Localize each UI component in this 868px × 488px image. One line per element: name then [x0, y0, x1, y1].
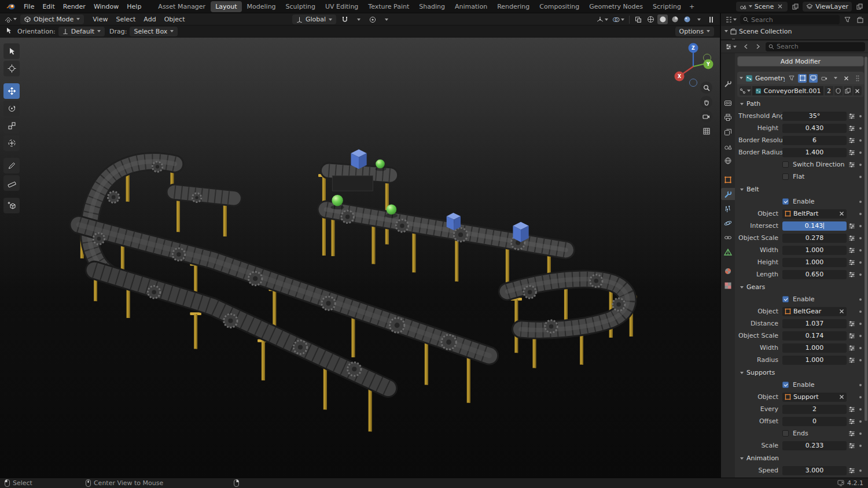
unlink-object-button[interactable] [839, 211, 844, 216]
new-scene-button[interactable] [791, 2, 799, 10]
nav-back-button[interactable] [740, 42, 751, 51]
conveyor-belt[interactable] [89, 161, 175, 279]
section-header-supports[interactable]: Supports [737, 367, 864, 379]
decorator-dot[interactable] [859, 201, 862, 203]
input-attribute-toggle-icon[interactable] [847, 418, 856, 425]
viewport-menu-select[interactable]: Select [112, 14, 139, 24]
fake-user-toggle[interactable] [834, 86, 843, 95]
node-group-field[interactable]: ConveyorBelt.001 [752, 86, 824, 95]
properties-editor-selector[interactable] [724, 42, 738, 51]
tool-transform[interactable] [3, 135, 20, 151]
unlink-object-button[interactable] [839, 309, 844, 314]
tool-cursor[interactable] [3, 61, 20, 76]
input-attribute-toggle-icon[interactable] [847, 149, 856, 156]
belt-gear[interactable] [148, 286, 160, 298]
modifier-panel-header[interactable]: GeometryNo... [737, 72, 864, 84]
decorator-dot[interactable] [859, 445, 862, 447]
decorator-dot[interactable] [859, 323, 862, 325]
section-header-gears[interactable]: Gears [737, 281, 864, 293]
input-attribute-toggle-icon[interactable] [847, 442, 856, 449]
belt-gear[interactable] [293, 341, 307, 354]
tab-scene[interactable] [721, 140, 735, 152]
chevron-down-icon[interactable] [724, 30, 728, 32]
properties-scrollbar[interactable] [865, 56, 867, 475]
modifier-filter-icon[interactable] [787, 74, 796, 83]
decorator-dot[interactable] [859, 176, 862, 178]
decorator-dot[interactable] [859, 164, 862, 166]
input-attribute-toggle-icon[interactable] [847, 430, 856, 437]
belt-gear[interactable] [152, 162, 162, 172]
enable-checkbox[interactable] [782, 296, 789, 302]
chevron-down-icon[interactable] [740, 77, 743, 79]
3d-viewport[interactable]: Object Mode ViewSelectAddObject Global [0, 13, 720, 478]
outliner-row-collection[interactable]: Conveyor belt example [721, 36, 868, 40]
section-header-belt[interactable]: Belt [737, 183, 864, 195]
input-attribute-toggle-icon[interactable] [847, 259, 856, 266]
tab-constraints[interactable] [721, 231, 735, 243]
every-field[interactable]: 2 [782, 405, 847, 414]
belt-gear[interactable] [348, 363, 361, 376]
decorator-dot[interactable] [859, 347, 862, 349]
decorator-dot[interactable] [859, 273, 862, 276]
conveyor-belt[interactable] [94, 270, 388, 388]
show-overlays-toggle[interactable] [611, 14, 626, 24]
input-attribute-toggle-icon[interactable] [847, 113, 856, 120]
decorator-dot[interactable] [859, 359, 862, 361]
object-scale-field[interactable]: 0.174 [782, 331, 847, 341]
border-resolution-field[interactable]: 6 [782, 136, 847, 145]
tab-particles[interactable] [721, 202, 735, 215]
display-edit-mode-toggle[interactable] [798, 74, 807, 83]
decorator-dot[interactable] [859, 225, 862, 227]
width-field[interactable]: 1.000 [782, 343, 847, 353]
decorator-dot[interactable] [859, 408, 862, 411]
tab-object[interactable] [721, 173, 735, 186]
tab-modifiers[interactable] [721, 188, 735, 200]
decorator-dot[interactable] [859, 213, 862, 215]
display-render-toggle[interactable] [820, 74, 829, 83]
editor-type-selector[interactable] [3, 14, 18, 24]
decorator-dot[interactable] [859, 127, 862, 130]
proportional-editing-toggle[interactable] [367, 14, 378, 24]
input-attribute-toggle-icon[interactable] [847, 247, 856, 254]
outliner-filter-button[interactable] [842, 15, 852, 25]
scene-selector[interactable]: Scene [736, 2, 788, 12]
speed-field[interactable]: 3.000 [782, 466, 847, 475]
decorator-dot[interactable] [859, 469, 862, 472]
workspace-tab-rendering[interactable]: Rendering [492, 1, 534, 12]
input-attribute-toggle-icon[interactable] [847, 235, 856, 242]
object-scale-field[interactable]: 0.278 [782, 234, 847, 243]
belt-gear[interactable] [322, 297, 335, 310]
switch-direction-checkbox[interactable] [782, 161, 789, 168]
tool-move[interactable] [3, 83, 20, 99]
support-leg[interactable] [219, 201, 230, 236]
enable-checkbox[interactable] [782, 198, 789, 205]
decorator-dot[interactable] [859, 139, 862, 142]
input-attribute-toggle-icon[interactable] [847, 406, 856, 413]
radius-field[interactable]: 1.000 [782, 356, 847, 365]
tab-material[interactable] [721, 265, 735, 277]
toggle-ortho-button[interactable] [700, 125, 712, 137]
conveyor-belt[interactable] [329, 171, 391, 175]
shading-material-button[interactable] [670, 14, 680, 24]
tab-render[interactable] [721, 97, 735, 109]
tool-scale[interactable] [3, 118, 20, 134]
decorator-dot[interactable] [859, 151, 862, 154]
viewport-3d-scene[interactable] [0, 13, 720, 478]
height-field[interactable]: 1.000 [782, 258, 847, 267]
conveyor-belt[interactable] [174, 192, 234, 198]
decorator-dot[interactable] [859, 335, 862, 337]
workspace-tab-asset-manager[interactable]: Asset Manager [153, 1, 210, 12]
belt-gear[interactable] [93, 233, 104, 244]
tool-measure[interactable] [3, 175, 20, 191]
tool-rotate[interactable] [3, 101, 20, 116]
transform-orientation-dropdown[interactable]: Global [292, 14, 336, 24]
height-field[interactable]: 0.430 [782, 124, 847, 133]
shading-solid-button[interactable] [657, 14, 668, 24]
machine-box[interactable] [332, 176, 373, 191]
nav-forward-button[interactable] [753, 42, 763, 51]
snap-settings-dropdown[interactable] [354, 14, 364, 24]
mode-dropdown[interactable]: Object Mode [20, 14, 84, 24]
green-sphere[interactable] [387, 205, 396, 215]
outliner-search-input[interactable] [751, 16, 837, 24]
viewport-menu-add[interactable]: Add [139, 14, 160, 24]
